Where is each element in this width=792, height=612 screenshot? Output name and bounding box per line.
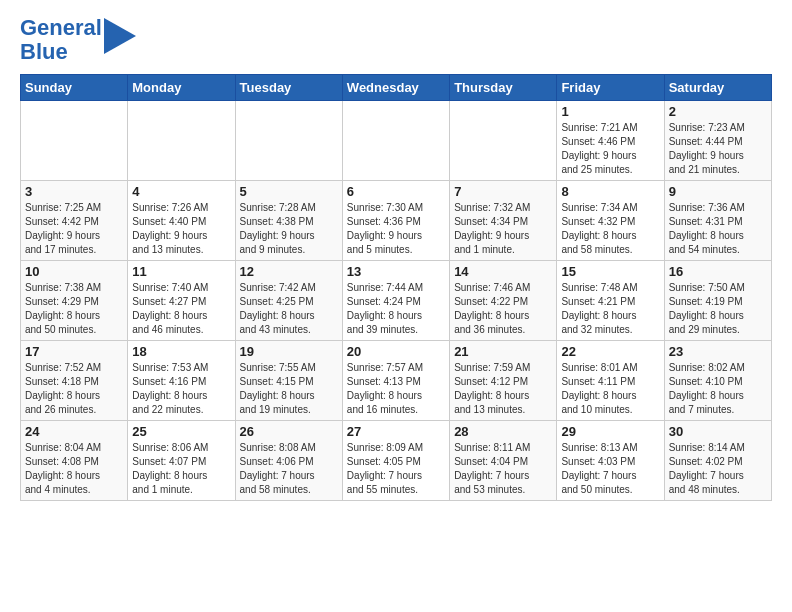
day-info: Sunrise: 7:34 AM Sunset: 4:32 PM Dayligh… — [561, 201, 659, 257]
day-number: 18 — [132, 344, 230, 359]
day-info: Sunrise: 7:46 AM Sunset: 4:22 PM Dayligh… — [454, 281, 552, 337]
calendar-cell: 2Sunrise: 7:23 AM Sunset: 4:44 PM Daylig… — [664, 101, 771, 181]
day-number: 26 — [240, 424, 338, 439]
day-info: Sunrise: 7:53 AM Sunset: 4:16 PM Dayligh… — [132, 361, 230, 417]
weekday-header-tuesday: Tuesday — [235, 75, 342, 101]
calendar-cell: 13Sunrise: 7:44 AM Sunset: 4:24 PM Dayli… — [342, 261, 449, 341]
day-number: 11 — [132, 264, 230, 279]
calendar-table: SundayMondayTuesdayWednesdayThursdayFrid… — [20, 74, 772, 501]
day-number: 14 — [454, 264, 552, 279]
day-number: 13 — [347, 264, 445, 279]
day-info: Sunrise: 8:04 AM Sunset: 4:08 PM Dayligh… — [25, 441, 123, 497]
calendar-cell: 3Sunrise: 7:25 AM Sunset: 4:42 PM Daylig… — [21, 181, 128, 261]
calendar-cell — [21, 101, 128, 181]
weekday-header-thursday: Thursday — [450, 75, 557, 101]
day-number: 1 — [561, 104, 659, 119]
calendar-cell: 30Sunrise: 8:14 AM Sunset: 4:02 PM Dayli… — [664, 421, 771, 501]
calendar-cell: 28Sunrise: 8:11 AM Sunset: 4:04 PM Dayli… — [450, 421, 557, 501]
day-number: 27 — [347, 424, 445, 439]
calendar-cell: 14Sunrise: 7:46 AM Sunset: 4:22 PM Dayli… — [450, 261, 557, 341]
calendar-week-4: 17Sunrise: 7:52 AM Sunset: 4:18 PM Dayli… — [21, 341, 772, 421]
weekday-header-row: SundayMondayTuesdayWednesdayThursdayFrid… — [21, 75, 772, 101]
day-number: 7 — [454, 184, 552, 199]
day-info: Sunrise: 7:36 AM Sunset: 4:31 PM Dayligh… — [669, 201, 767, 257]
calendar-cell: 24Sunrise: 8:04 AM Sunset: 4:08 PM Dayli… — [21, 421, 128, 501]
logo-blue: Blue — [20, 39, 68, 64]
page-header: General Blue — [20, 16, 772, 64]
day-info: Sunrise: 7:38 AM Sunset: 4:29 PM Dayligh… — [25, 281, 123, 337]
calendar-cell — [128, 101, 235, 181]
calendar-cell: 26Sunrise: 8:08 AM Sunset: 4:06 PM Dayli… — [235, 421, 342, 501]
calendar-cell: 10Sunrise: 7:38 AM Sunset: 4:29 PM Dayli… — [21, 261, 128, 341]
calendar-cell: 21Sunrise: 7:59 AM Sunset: 4:12 PM Dayli… — [450, 341, 557, 421]
logo-text: General Blue — [20, 16, 102, 64]
day-info: Sunrise: 8:09 AM Sunset: 4:05 PM Dayligh… — [347, 441, 445, 497]
day-info: Sunrise: 7:32 AM Sunset: 4:34 PM Dayligh… — [454, 201, 552, 257]
calendar-cell: 6Sunrise: 7:30 AM Sunset: 4:36 PM Daylig… — [342, 181, 449, 261]
svg-marker-0 — [104, 18, 136, 54]
day-number: 2 — [669, 104, 767, 119]
day-info: Sunrise: 7:44 AM Sunset: 4:24 PM Dayligh… — [347, 281, 445, 337]
day-info: Sunrise: 7:55 AM Sunset: 4:15 PM Dayligh… — [240, 361, 338, 417]
day-number: 3 — [25, 184, 123, 199]
calendar-cell — [235, 101, 342, 181]
day-info: Sunrise: 7:28 AM Sunset: 4:38 PM Dayligh… — [240, 201, 338, 257]
day-number: 10 — [25, 264, 123, 279]
weekday-header-wednesday: Wednesday — [342, 75, 449, 101]
calendar-week-5: 24Sunrise: 8:04 AM Sunset: 4:08 PM Dayli… — [21, 421, 772, 501]
day-info: Sunrise: 7:23 AM Sunset: 4:44 PM Dayligh… — [669, 121, 767, 177]
day-number: 15 — [561, 264, 659, 279]
day-number: 17 — [25, 344, 123, 359]
day-number: 16 — [669, 264, 767, 279]
day-info: Sunrise: 7:59 AM Sunset: 4:12 PM Dayligh… — [454, 361, 552, 417]
calendar-cell: 8Sunrise: 7:34 AM Sunset: 4:32 PM Daylig… — [557, 181, 664, 261]
day-number: 9 — [669, 184, 767, 199]
day-number: 19 — [240, 344, 338, 359]
calendar-cell: 17Sunrise: 7:52 AM Sunset: 4:18 PM Dayli… — [21, 341, 128, 421]
day-number: 28 — [454, 424, 552, 439]
calendar-cell: 12Sunrise: 7:42 AM Sunset: 4:25 PM Dayli… — [235, 261, 342, 341]
weekday-header-sunday: Sunday — [21, 75, 128, 101]
day-number: 20 — [347, 344, 445, 359]
day-number: 24 — [25, 424, 123, 439]
calendar-cell: 1Sunrise: 7:21 AM Sunset: 4:46 PM Daylig… — [557, 101, 664, 181]
calendar-cell: 11Sunrise: 7:40 AM Sunset: 4:27 PM Dayli… — [128, 261, 235, 341]
calendar-cell: 23Sunrise: 8:02 AM Sunset: 4:10 PM Dayli… — [664, 341, 771, 421]
calendar-cell: 16Sunrise: 7:50 AM Sunset: 4:19 PM Dayli… — [664, 261, 771, 341]
day-number: 5 — [240, 184, 338, 199]
calendar-cell: 7Sunrise: 7:32 AM Sunset: 4:34 PM Daylig… — [450, 181, 557, 261]
day-number: 4 — [132, 184, 230, 199]
logo: General Blue — [20, 16, 136, 64]
calendar-week-3: 10Sunrise: 7:38 AM Sunset: 4:29 PM Dayli… — [21, 261, 772, 341]
day-info: Sunrise: 7:21 AM Sunset: 4:46 PM Dayligh… — [561, 121, 659, 177]
day-info: Sunrise: 8:08 AM Sunset: 4:06 PM Dayligh… — [240, 441, 338, 497]
calendar-week-1: 1Sunrise: 7:21 AM Sunset: 4:46 PM Daylig… — [21, 101, 772, 181]
weekday-header-monday: Monday — [128, 75, 235, 101]
day-number: 8 — [561, 184, 659, 199]
day-info: Sunrise: 7:52 AM Sunset: 4:18 PM Dayligh… — [25, 361, 123, 417]
day-info: Sunrise: 7:40 AM Sunset: 4:27 PM Dayligh… — [132, 281, 230, 337]
day-number: 6 — [347, 184, 445, 199]
day-info: Sunrise: 7:42 AM Sunset: 4:25 PM Dayligh… — [240, 281, 338, 337]
calendar-week-2: 3Sunrise: 7:25 AM Sunset: 4:42 PM Daylig… — [21, 181, 772, 261]
day-info: Sunrise: 8:13 AM Sunset: 4:03 PM Dayligh… — [561, 441, 659, 497]
calendar-cell: 4Sunrise: 7:26 AM Sunset: 4:40 PM Daylig… — [128, 181, 235, 261]
day-info: Sunrise: 7:50 AM Sunset: 4:19 PM Dayligh… — [669, 281, 767, 337]
calendar-cell: 25Sunrise: 8:06 AM Sunset: 4:07 PM Dayli… — [128, 421, 235, 501]
day-info: Sunrise: 8:11 AM Sunset: 4:04 PM Dayligh… — [454, 441, 552, 497]
day-number: 21 — [454, 344, 552, 359]
day-info: Sunrise: 8:06 AM Sunset: 4:07 PM Dayligh… — [132, 441, 230, 497]
calendar-cell: 18Sunrise: 7:53 AM Sunset: 4:16 PM Dayli… — [128, 341, 235, 421]
calendar-cell: 20Sunrise: 7:57 AM Sunset: 4:13 PM Dayli… — [342, 341, 449, 421]
day-info: Sunrise: 7:57 AM Sunset: 4:13 PM Dayligh… — [347, 361, 445, 417]
calendar-cell: 5Sunrise: 7:28 AM Sunset: 4:38 PM Daylig… — [235, 181, 342, 261]
calendar-cell: 29Sunrise: 8:13 AM Sunset: 4:03 PM Dayli… — [557, 421, 664, 501]
calendar-cell: 15Sunrise: 7:48 AM Sunset: 4:21 PM Dayli… — [557, 261, 664, 341]
calendar-cell — [450, 101, 557, 181]
calendar-cell: 19Sunrise: 7:55 AM Sunset: 4:15 PM Dayli… — [235, 341, 342, 421]
day-info: Sunrise: 7:25 AM Sunset: 4:42 PM Dayligh… — [25, 201, 123, 257]
day-info: Sunrise: 7:26 AM Sunset: 4:40 PM Dayligh… — [132, 201, 230, 257]
day-info: Sunrise: 7:30 AM Sunset: 4:36 PM Dayligh… — [347, 201, 445, 257]
calendar-cell: 27Sunrise: 8:09 AM Sunset: 4:05 PM Dayli… — [342, 421, 449, 501]
day-number: 25 — [132, 424, 230, 439]
